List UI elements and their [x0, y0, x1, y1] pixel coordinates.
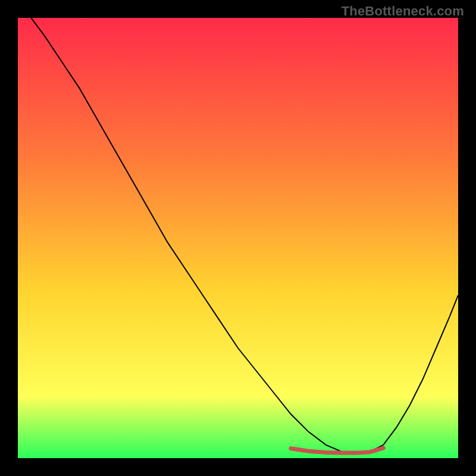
chart-frame: TheBottleneck.com [0, 0, 476, 476]
gradient-background [18, 18, 458, 458]
watermark-text: TheBottleneck.com [342, 4, 464, 19]
chart-svg [18, 18, 458, 458]
plot-area [18, 18, 458, 458]
